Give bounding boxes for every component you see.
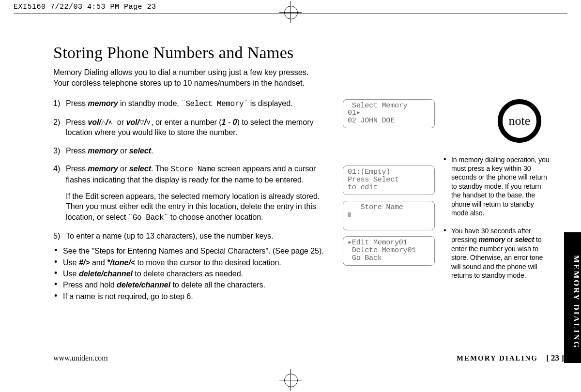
step-2: 2) Press vol/△/∧ or vol/▽/∨, or enter a … (53, 117, 334, 138)
steps-column: 1) Press memory in standby mode, ¨Select… (53, 98, 334, 303)
step-5: 5) To enter a name (up to 13 characters)… (53, 231, 334, 241)
footer-url: www.uniden.com (53, 354, 108, 362)
registration-mark-icon (279, 1, 302, 23)
bullet-2: •Use #/> and */tone/< to move the cursor… (53, 257, 387, 268)
lcd-empty: 01:(Empty) Press Select to edit (343, 166, 435, 195)
step-3: 3) Press memory or select. (53, 146, 334, 156)
note-column: note •In memory dialing operation, you m… (443, 98, 550, 303)
intro-text: Memory Dialing allows you to dial a numb… (53, 67, 382, 89)
step-1: 1) Press memory in standby mode, ¨Select… (53, 98, 334, 109)
lcd-select-memory: Select Memory 01▸ 02 JOHN DOE (343, 99, 435, 129)
side-tab: MEMORY DIALING (564, 232, 581, 363)
registration-mark-icon (279, 369, 302, 391)
note-bullet-1: •In memory dialing operation, you must p… (443, 155, 550, 218)
page-title: Storing Phone Numbers and Names (53, 44, 564, 62)
bullet-4: •Press and hold delete/channel to delete… (53, 280, 387, 290)
bullet-1: •See the "Steps for Entering Names and S… (53, 246, 387, 256)
page-content: Storing Phone Numbers and Names Memory D… (53, 44, 564, 363)
step-4: 4) Press memory or select. The Store Nam… (53, 164, 334, 223)
print-header-text: EXI5160 7/22/03 4:53 PM Page 23 (14, 3, 156, 11)
bullet-5: •If a name is not required, go to step 6… (53, 291, 387, 302)
footer: www.uniden.com MEMORY DIALING [ 23 ] (53, 353, 564, 363)
note-icon: note (494, 95, 545, 147)
lcd-store-name: Store Name (343, 201, 435, 230)
bullet-3: •Use delete/channel to delete characters… (53, 269, 387, 279)
note-bullet-2: •You have 30 seconds after pressing memo… (443, 226, 550, 280)
footer-section: MEMORY DIALING [ 23 ] (457, 353, 564, 363)
